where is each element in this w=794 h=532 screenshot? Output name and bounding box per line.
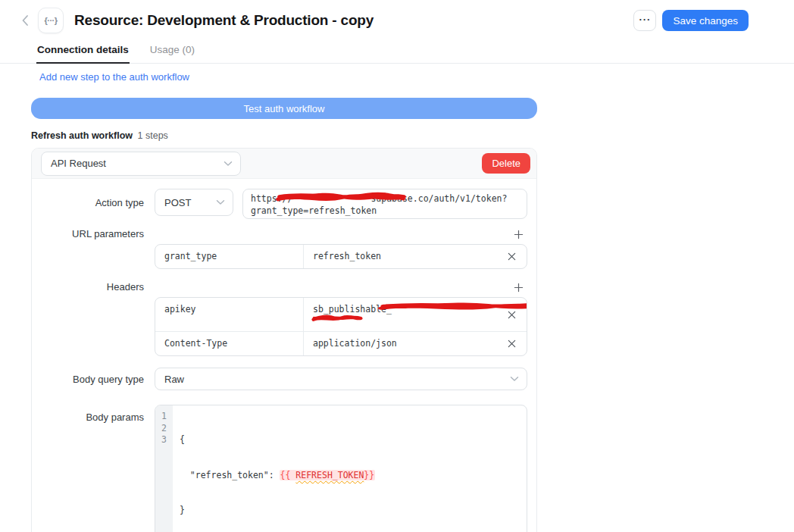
request-url-input[interactable]: https://supabase.co/auth/v1/token? grant… [242, 189, 527, 219]
body-params-editor[interactable]: 1 2 3 { "refresh_token": {{ REFRESH_TOKE… [155, 405, 527, 532]
redaction-scribble [311, 314, 363, 323]
main-content: Add new step to the auth workflow Test a… [31, 64, 537, 532]
close-icon [507, 310, 517, 320]
save-changes-button[interactable]: Save changes [662, 10, 749, 31]
header-value-input[interactable]: application/json [304, 332, 496, 355]
step-card: API Request Delete Action type POST http… [31, 148, 537, 532]
header-row-apikey: apikey sb_publishable_ [155, 298, 527, 331]
http-method-value: POST [164, 197, 191, 208]
close-icon [507, 339, 517, 349]
chevron-down-icon [510, 376, 519, 382]
remove-url-parameter-button[interactable] [496, 245, 527, 268]
url-parameters-label: URL parameters [41, 228, 144, 239]
close-icon [507, 252, 517, 261]
header-actions: ··· Save changes [633, 10, 749, 31]
headers-table: apikey sb_publishable_ Content-Ty [155, 297, 527, 356]
code-line-1: { [180, 434, 527, 446]
headers-label: Headers [41, 281, 144, 293]
tab-bar: Connection details Usage (0) [0, 39, 794, 64]
code-content[interactable]: { "refresh_token": {{ REFRESH_TOKEN}} } [173, 405, 527, 532]
action-type-label: Action type [41, 189, 144, 208]
step-card-body: Action type POST https://supabase.co/aut… [32, 179, 536, 532]
url-redacted-gap [292, 192, 370, 205]
request-url-line1: https://supabase.co/auth/v1/token? [251, 192, 519, 205]
http-method-select[interactable]: POST [155, 189, 233, 216]
code-line-2: "refresh_token": {{ REFRESH_TOKEN}} [180, 470, 527, 482]
more-options-button[interactable]: ··· [633, 10, 656, 31]
body-query-type-select[interactable]: Raw [155, 368, 527, 390]
page-title: Resource: Development & Production - cop… [74, 12, 374, 29]
body-query-type-row: Body query type Raw [41, 368, 527, 390]
refresh-workflow-title: Refresh auth workflow [31, 130, 133, 141]
url-parameters-table: grant_type refresh_token [155, 244, 527, 269]
tab-connection-details[interactable]: Connection details [36, 39, 130, 64]
body-params-label: Body params [41, 405, 144, 423]
refresh-workflow-heading: Refresh auth workflow 1 steps [31, 130, 537, 141]
remove-header-button[interactable] [496, 298, 527, 331]
page-header: {···} Resource: Development & Production… [0, 0, 794, 64]
action-type-row: Action type POST https://supabase.co/aut… [41, 189, 527, 219]
step-type-select[interactable]: API Request [41, 152, 241, 176]
plus-icon [514, 283, 524, 293]
resource-code-icon: {···} [38, 8, 64, 33]
param-value-input[interactable]: refresh_token [304, 245, 496, 268]
url-parameters-row: URL parameters grant_type refresh_token [41, 228, 527, 269]
template-token-highlight: {{ REFRESH_TOKEN}} [280, 470, 376, 480]
add-header-button[interactable] [511, 281, 525, 293]
back-chevron-icon [21, 14, 29, 27]
header-key-input[interactable]: Content-Type [155, 332, 304, 355]
body-query-type-value: Raw [164, 374, 184, 385]
delete-step-button[interactable]: Delete [482, 153, 530, 174]
chevron-down-icon [224, 161, 233, 167]
header-top-row: {···} Resource: Development & Production… [0, 0, 794, 36]
code-line-3: } [180, 505, 527, 517]
body-params-row: Body params 1 2 3 { "refresh_token": {{ … [41, 405, 527, 532]
line-number-gutter: 1 2 3 [155, 405, 173, 532]
step-card-header: API Request Delete [32, 149, 536, 179]
refresh-workflow-step-count: 1 steps [138, 130, 168, 141]
add-auth-step-link[interactable]: Add new step to the auth workflow [39, 71, 189, 83]
step-type-value: API Request [51, 158, 106, 169]
body-query-type-label: Body query type [41, 368, 144, 385]
header-value-input[interactable]: sb_publishable_ [304, 298, 496, 331]
add-url-parameter-button[interactable] [511, 228, 525, 240]
header-key-input[interactable]: apikey [155, 298, 304, 331]
tab-usage[interactable]: Usage (0) [149, 39, 195, 63]
remove-header-button[interactable] [496, 332, 527, 355]
request-url-line2: grant_type=refresh_token [251, 205, 519, 217]
param-key-input[interactable]: grant_type [155, 245, 304, 268]
test-auth-workflow-button[interactable]: Test auth workflow [31, 98, 537, 119]
plus-icon [514, 230, 524, 239]
url-parameter-row: grant_type refresh_token [155, 245, 527, 268]
headers-row: Headers apikey sb_publishable_ [41, 281, 527, 356]
kebab-dots-icon: ··· [639, 14, 651, 25]
chevron-down-icon [216, 199, 225, 205]
header-row-content-type: Content-Type application/json [155, 331, 527, 355]
back-button[interactable] [17, 12, 33, 29]
